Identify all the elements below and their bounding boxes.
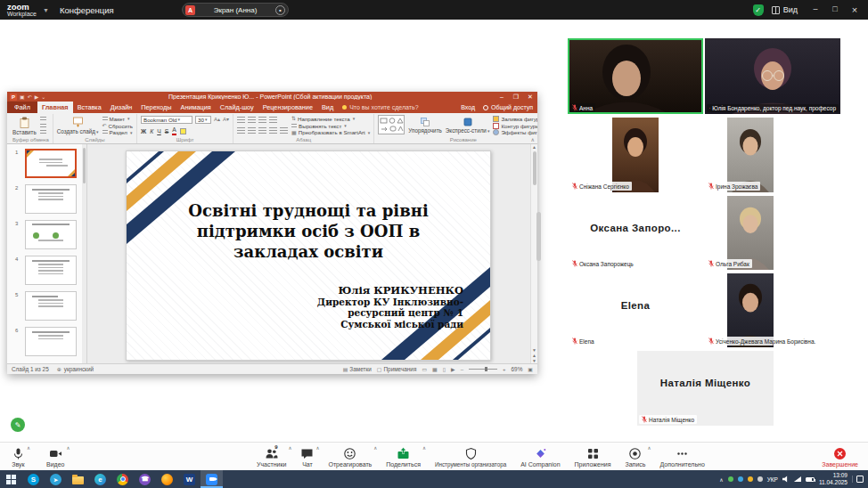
paste-button[interactable]: Вставить (12, 115, 37, 136)
security-shield-icon[interactable] (753, 4, 764, 16)
shrink-font-icon[interactable]: A▾ (223, 117, 229, 122)
language-switcher[interactable]: УКР (767, 476, 778, 483)
font-color-button[interactable]: A (172, 127, 176, 135)
taskbar-app-firefox[interactable] (156, 470, 178, 488)
taskbar-app-word[interactable] (178, 470, 201, 488)
clipboard-small-buttons[interactable] (40, 115, 46, 136)
text-direction-button[interactable]: ⇅Направление текста (291, 116, 370, 122)
tray-icon-orange[interactable] (748, 476, 753, 482)
slide-thumbnail-5[interactable]: 5 (25, 291, 79, 321)
zoom-slider-thumb[interactable] (485, 367, 487, 371)
tab-file[interactable]: Файл (7, 102, 37, 113)
zoom-slider[interactable] (469, 369, 497, 370)
align-left-icon[interactable] (237, 127, 245, 134)
reactions-button[interactable]: Отреагировать (323, 443, 376, 471)
participant-tile-oksana[interactable]: Оксана Запоро... Оксана Запорожець (568, 196, 703, 270)
annotation-button[interactable] (11, 418, 25, 432)
font-name-select[interactable]: Bookman Old (141, 116, 192, 124)
audio-button[interactable]: Звук (7, 443, 29, 471)
slide-thumbnail-4[interactable]: 4 (25, 256, 79, 285)
normal-view-icon[interactable]: ▭ (422, 366, 427, 372)
tab-transitions[interactable]: Переходы (136, 102, 176, 113)
slide-thumbnail-1[interactable]: 1 (25, 149, 79, 178)
ai-companion-button[interactable]: AI Companion (516, 443, 564, 471)
shape-fill-button[interactable]: Заливка фигуры (493, 116, 537, 122)
participant-tile-elena[interactable]: Elena Elena (568, 273, 703, 347)
bullets-icon[interactable] (237, 117, 245, 124)
align-right-icon[interactable] (258, 127, 266, 134)
slideshow-view-icon[interactable]: ▶ (451, 366, 455, 372)
new-slide-button[interactable]: Создать слайд (57, 115, 99, 136)
shape-outline-button[interactable]: Контур фигуры (493, 123, 537, 129)
taskbar-app-edge[interactable] (89, 470, 111, 488)
reading-view-icon[interactable]: ▯ (443, 366, 446, 372)
language-indicator[interactable]: ⊕ украинский (57, 366, 94, 372)
font-size-select[interactable]: 30 (195, 116, 211, 124)
participant-tile-snizhana[interactable]: Сніжана Сергієнко (568, 118, 703, 192)
chat-button[interactable]: Чат (296, 443, 318, 471)
record-menu-chevron[interactable] (647, 445, 651, 451)
battery-icon[interactable] (806, 477, 815, 482)
tray-icon-green[interactable] (728, 476, 733, 482)
end-meeting-button[interactable]: Завершение (817, 443, 863, 471)
stop-share-icon[interactable] (275, 5, 285, 15)
reset-button[interactable]: ↶Сбросить (102, 123, 134, 129)
participant-tile-anna[interactable]: Анна (568, 38, 703, 114)
sign-in-button[interactable]: Вход (461, 104, 475, 110)
tab-animations[interactable]: Анимация (176, 102, 216, 113)
tell-me-box[interactable]: Что вы хотите сделать? (342, 102, 418, 113)
participant-tile-olha[interactable]: Ольга Рибак (704, 196, 840, 270)
tab-insert[interactable]: Вставка (73, 102, 106, 113)
scroll-up-icon[interactable]: ▲ (532, 144, 536, 150)
participants-button[interactable]: 9 Участники (252, 443, 291, 471)
current-slide[interactable]: Освітні труднощі та рівні підтримки осіб… (126, 150, 491, 361)
share-button[interactable]: Общий доступ (483, 104, 533, 110)
italic-button[interactable]: К (150, 128, 153, 134)
tray-icon-gray[interactable] (757, 476, 763, 482)
tab-meeting[interactable]: Конференция (60, 5, 114, 15)
participant-tile-yuliia-bondarenko[interactable]: Юлія Бондаренко, доктор пед.наук, профес… (705, 38, 840, 114)
share-menu-chevron[interactable] (422, 445, 426, 451)
chevron-down-icon[interactable]: ▼ (43, 7, 49, 13)
participant-tile-iryna[interactable]: Ірина Зрожаєва (704, 118, 840, 192)
align-text-button[interactable]: Выровнять текст (291, 123, 370, 129)
scrollbar-thumb[interactable] (533, 151, 536, 185)
shared-screen-scroll-handle[interactable] (536, 212, 541, 261)
collapse-ribbon-icon[interactable]: ∧ (531, 136, 535, 142)
host-tools-button[interactable]: Инструменты организатора (430, 443, 511, 471)
numbering-icon[interactable] (248, 117, 256, 124)
participant-tile-nataliia[interactable]: Наталія Міщенко Наталія Міщенко (637, 351, 774, 426)
strikethrough-button[interactable]: S (165, 128, 169, 134)
tab-slideshow[interactable]: Слайд-шоу (216, 102, 258, 113)
zoom-in-icon[interactable]: + (503, 367, 506, 372)
close-button[interactable] (845, 4, 864, 15)
more-button[interactable]: Дополнительно (655, 443, 708, 471)
video-menu-chevron[interactable] (66, 445, 70, 451)
grow-font-icon[interactable]: A▴ (214, 117, 220, 122)
taskbar-app-telegram[interactable] (45, 470, 67, 488)
notes-button[interactable]: ▤Заметки (343, 366, 372, 372)
taskbar-clock[interactable]: 13:09 11.04.2025 (819, 472, 848, 486)
arrange-button[interactable]: Упорядочить (408, 115, 441, 136)
comments-button[interactable]: ▢Примечания (377, 366, 417, 372)
view-button[interactable]: Вид (772, 5, 798, 14)
hidden-icons-chevron[interactable]: ∧ (719, 476, 723, 483)
screen-share-pill[interactable]: А Экран (Анна) (182, 3, 289, 17)
tab-review[interactable]: Рецензирование (258, 102, 317, 113)
indent-icon[interactable] (258, 117, 266, 124)
network-icon[interactable] (794, 476, 801, 482)
taskbar-app-skype[interactable] (22, 470, 45, 488)
slide-sorter-icon[interactable]: ▦ (432, 366, 438, 372)
apps-button[interactable]: Приложения (570, 443, 616, 471)
layout-button[interactable]: Макет (102, 116, 134, 122)
line-spacing-icon[interactable] (269, 117, 277, 124)
ppt-close-button[interactable] (523, 94, 537, 101)
zoom-out-icon[interactable]: – (461, 367, 463, 372)
participant-tile-usichenko[interactable]: Усіченко-Джевага Марина Борисівна. (704, 273, 840, 347)
start-button[interactable] (0, 470, 22, 488)
maximize-button[interactable] (825, 4, 845, 15)
chat-menu-chevron[interactable] (315, 445, 319, 451)
bold-button[interactable]: Ж (141, 128, 146, 134)
section-button[interactable]: Раздел (102, 129, 134, 135)
shape-effects-button[interactable]: Эффекты фигур (493, 129, 537, 135)
